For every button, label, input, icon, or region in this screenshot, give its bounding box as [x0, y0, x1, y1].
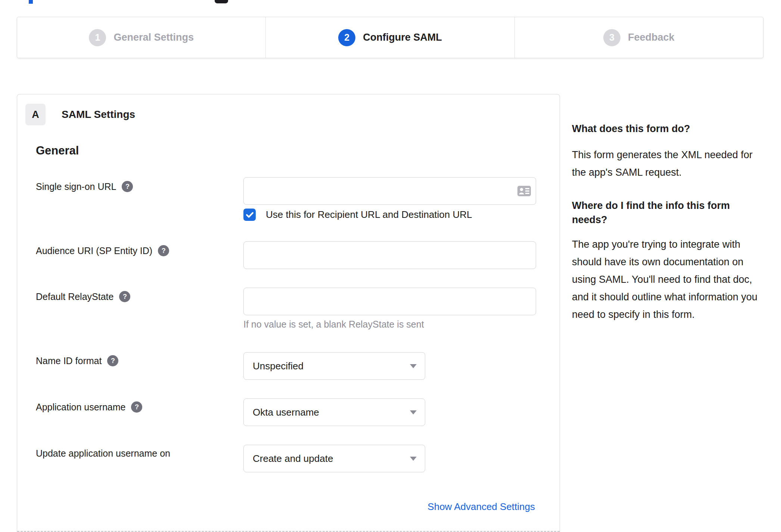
- dropdown-arrow-icon: [410, 457, 417, 461]
- application-username-help-icon[interactable]: ?: [131, 401, 142, 413]
- name-id-format-label-row: Name ID format ?: [36, 355, 118, 367]
- help-question-1: What does this form do?: [572, 122, 768, 136]
- audience-uri-input[interactable]: [243, 241, 536, 269]
- name-id-format-label: Name ID format: [36, 356, 102, 366]
- saml-settings-panel: A SAML Settings General Single sign-on U…: [17, 94, 560, 532]
- relaystate-input[interactable]: [243, 288, 536, 315]
- relaystate-label: Default RelayState: [36, 291, 113, 302]
- audience-uri-help-icon[interactable]: ?: [158, 245, 169, 256]
- sso-url-label: Single sign-on URL: [36, 181, 116, 192]
- step-3-label: Feedback: [628, 32, 675, 43]
- application-username-label-row: Application username ?: [36, 401, 142, 413]
- recipient-destination-checkbox[interactable]: [243, 209, 256, 221]
- cropped-icon-fragment: [215, 0, 228, 3]
- cropped-logo-fragment: [29, 0, 33, 4]
- name-id-format-select[interactable]: Unspecified: [243, 352, 425, 380]
- sso-url-input[interactable]: [243, 177, 536, 205]
- step-2-label: Configure SAML: [363, 32, 442, 43]
- dropdown-arrow-icon: [410, 364, 417, 368]
- help-answer-2: The app you're trying to integrate with …: [572, 236, 768, 323]
- audience-uri-label-row: Audience URI (SP Entity ID) ?: [36, 245, 169, 257]
- dropdown-arrow-icon: [410, 410, 417, 414]
- update-username-value: Create and update: [253, 453, 333, 464]
- help-answer-1: This form generates the XML needed for t…: [572, 146, 768, 181]
- checkmark-icon: [246, 212, 254, 218]
- step-1-circle: 1: [89, 29, 106, 46]
- relaystate-hint: If no value is set, a blank RelayState i…: [243, 319, 424, 330]
- name-id-format-help-icon[interactable]: ?: [107, 355, 118, 366]
- recipient-destination-checkbox-label: Use this for Recipient URL and Destinati…: [266, 209, 472, 220]
- general-section-heading: General: [36, 144, 79, 157]
- panel-title: SAML Settings: [62, 109, 135, 121]
- update-username-select[interactable]: Create and update: [243, 445, 425, 472]
- audience-uri-label: Audience URI (SP Entity ID): [36, 245, 152, 256]
- step-1-label: General Settings: [113, 32, 194, 43]
- wizard-step-configure-saml[interactable]: 2 Configure SAML: [265, 17, 514, 58]
- application-username-value: Okta username: [253, 407, 319, 418]
- update-username-label: Update application username on: [36, 448, 170, 459]
- wizard-step-feedback[interactable]: 3 Feedback: [514, 17, 763, 58]
- sso-url-label-row: Single sign-on URL ?: [36, 181, 133, 193]
- relaystate-help-icon[interactable]: ?: [119, 291, 130, 302]
- application-username-select[interactable]: Okta username: [243, 398, 425, 426]
- name-id-format-value: Unspecified: [253, 360, 304, 372]
- update-username-label-row: Update application username on: [36, 447, 170, 459]
- wizard-step-general-settings[interactable]: 1 General Settings: [17, 17, 265, 58]
- section-a-badge: A: [25, 104, 46, 125]
- show-advanced-settings-link[interactable]: Show Advanced Settings: [427, 501, 535, 513]
- contact-card-icon[interactable]: [517, 186, 531, 196]
- help-question-2: Where do I find the info this form needs…: [572, 198, 768, 227]
- relaystate-label-row: Default RelayState ?: [36, 291, 130, 303]
- step-2-circle: 2: [338, 29, 355, 46]
- application-username-label: Application username: [36, 402, 125, 413]
- wizard-step-bar: 1 General Settings 2 Configure SAML 3 Fe…: [17, 17, 763, 58]
- step-3-circle: 3: [603, 29, 620, 46]
- sso-url-help-icon[interactable]: ?: [122, 181, 133, 192]
- help-sidebar: What does this form do? This form genera…: [572, 122, 768, 323]
